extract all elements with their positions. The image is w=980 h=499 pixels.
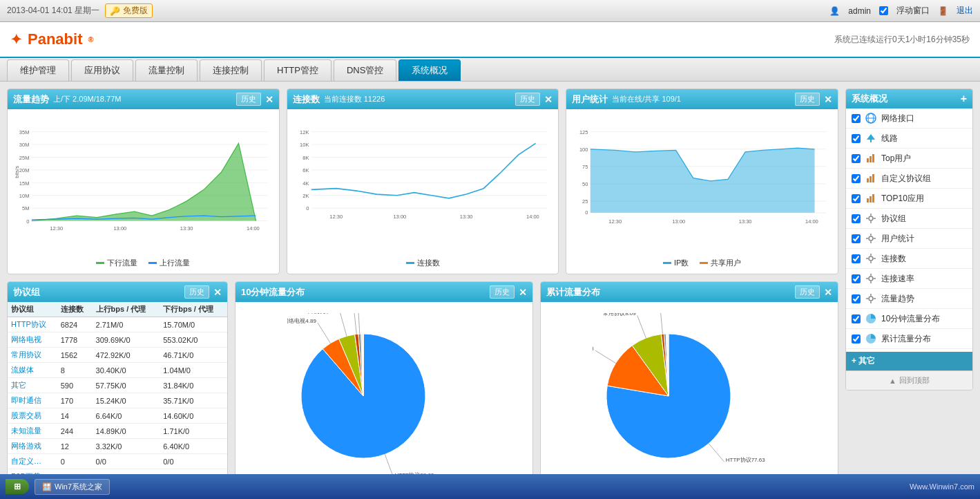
svg-marker-52 (590, 148, 815, 213)
protocol-name-cell[interactable]: 网络电视 (8, 332, 57, 348)
table-row[interactable]: 流媒体 8 30.40K/0 1.04M/0 (8, 363, 227, 378)
sidebar-item-custom-protocol[interactable]: 自定义协议组 (846, 169, 972, 189)
pie-total-close-icon[interactable]: ✕ (824, 287, 832, 298)
protocol-name-cell[interactable]: 即时通信 (8, 393, 57, 408)
sidebar-item-top-user[interactable]: Top用户 (846, 149, 972, 169)
sidebar-item-line[interactable]: 线路 (846, 129, 972, 149)
table-row[interactable]: HTTP协议 6824 2.71M/0 15.70M/0 (8, 317, 227, 332)
sidebar-item-user-stats[interactable]: 用户统计 (846, 229, 972, 249)
sidebar-item-total-dist[interactable]: 累计流量分布 (846, 329, 972, 349)
table-row[interactable]: 网络游戏 12 3.32K/0 6.40K/0 (8, 439, 227, 454)
sidebar-label-total-dist: 累计流量分布 (881, 333, 931, 345)
table-row[interactable]: 其它 590 57.75K/0 31.84K/0 (8, 378, 227, 393)
traffic-history-btn[interactable]: 历史 (236, 93, 261, 106)
svg-text:25: 25 (582, 198, 588, 205)
nav-tab-maintenance[interactable]: 维护管理 (7, 59, 69, 81)
sidebar-item-connection-count[interactable]: 连接数 (846, 249, 972, 269)
sidebar-checkbox-10min-dist[interactable] (852, 314, 861, 323)
sidebar-checkbox-user-stats[interactable] (852, 234, 861, 243)
sidebar-checkbox-network-interface[interactable] (852, 114, 861, 123)
connections-cell: 8 (57, 363, 93, 378)
connection-close-icon[interactable]: ✕ (544, 94, 553, 105)
logout-label[interactable]: 退出 (957, 5, 973, 17)
pie-total-chart: HTTP协议77.63网络电视12.43常用协议8.09流媒体0.7 (593, 313, 786, 493)
taskbar-win7[interactable]: 🪟 Win7系统之家 (35, 479, 110, 495)
table-row[interactable]: 自定义… 0 0/0 0/0 (8, 454, 227, 469)
connection-history-btn[interactable]: 历史 (515, 93, 540, 106)
svg-text:12:30: 12:30 (609, 218, 622, 225)
down-cell: 1.71K/0 (160, 424, 227, 439)
sidebar-item-connection-rate[interactable]: 连接速率 (846, 269, 972, 289)
sidebar-checkbox-traffic-trend[interactable] (852, 294, 861, 303)
nav-tab-connection-control[interactable]: 连接控制 (200, 59, 262, 81)
pie-total-title: 累计流量分布 (546, 286, 600, 299)
nav-tab-overview[interactable]: 系统概况 (398, 59, 461, 81)
user-history-btn[interactable]: 历史 (795, 93, 820, 106)
taskbar-start-button[interactable]: ⊞ (6, 479, 29, 494)
sidebar-checkbox-connection-rate[interactable] (852, 274, 861, 283)
svg-text:14:00: 14:00 (805, 218, 818, 225)
down-cell: 35.71K/0 (160, 393, 227, 408)
connection-legend-item: 连接数 (406, 258, 440, 268)
sidebar-checkbox-total-dist[interactable] (852, 335, 861, 343)
float-window-checkbox[interactable] (879, 6, 888, 15)
down-cell: 46.71K/0 (160, 348, 227, 363)
protocol-name-cell[interactable]: 网络游戏 (8, 439, 57, 454)
sidebar-checkbox-top10-app[interactable] (852, 194, 861, 203)
sidebar-checkbox-top-user[interactable] (852, 154, 861, 163)
sidebar-item-traffic-trend[interactable]: 流量趋势 (846, 289, 972, 309)
svg-text:30M: 30M (19, 142, 30, 148)
protocol-table-scroll[interactable]: 协议组 连接数 上行bps / 代理 下行bps / 代理 HTTP协议 682… (8, 302, 227, 482)
svg-rect-79 (870, 140, 872, 142)
table-row[interactable]: 未知流量 244 14.89K/0 1.71K/0 (8, 424, 227, 439)
pie10-history-btn[interactable]: 历史 (490, 285, 515, 299)
protocol-name-cell[interactable]: 流媒体 (8, 363, 57, 378)
nav-tab-http[interactable]: HTTP管控 (264, 59, 332, 81)
sidebar-item-protocol-group[interactable]: 协议组 (846, 209, 972, 229)
svg-text:0: 0 (26, 218, 29, 225)
tools-icon (865, 212, 877, 225)
sidebar-checkbox-connection-count[interactable] (852, 254, 861, 263)
traffic-legend-down-label: 下行流量 (107, 258, 137, 268)
protocol-name-cell[interactable]: HTTP协议 (8, 317, 57, 332)
uptime-label: 系统已连续运行0天1小时16分钟35秒 (834, 34, 970, 46)
table-row[interactable]: 即时通信 170 15.24K/0 35.71K/0 (8, 393, 227, 408)
sidebar-other-label: 其它 (858, 356, 875, 366)
sidebar-item-network-interface[interactable]: 网络接口 (846, 109, 972, 129)
svg-rect-81 (869, 156, 872, 162)
protocol-name-cell[interactable]: 未知流量 (8, 424, 57, 439)
protocol-name-cell[interactable]: 其它 (8, 378, 57, 393)
bar-chart-icon (865, 152, 877, 164)
protocol-close-icon[interactable]: ✕ (213, 287, 222, 298)
connection-count-widget: 连接数 当前连接数 11226 历史 ✕ 12K 10K 8K 6K 4K (287, 88, 559, 274)
traffic-close-icon[interactable]: ✕ (265, 94, 273, 105)
protocol-name-cell[interactable]: 常用协议 (8, 348, 57, 363)
sidebar-back-to-top[interactable]: ▲ 回到顶部 (846, 370, 972, 390)
nav-tab-dns[interactable]: DNS管控 (334, 59, 396, 81)
svg-point-99 (869, 256, 873, 261)
sidebar-item-10min-dist[interactable]: 10分钟流量分布 (846, 309, 972, 329)
svg-text:35M: 35M (19, 129, 30, 135)
pie10-close-icon[interactable]: ✕ (519, 287, 527, 298)
table-row[interactable]: 网络电视 1778 309.69K/0 553.02K/0 (8, 332, 227, 348)
logo-bar: ✦ Panabit ® 系统已连续运行0天1小时16分钟35秒 (0, 22, 980, 58)
sidebar-checkbox-protocol-group[interactable] (852, 214, 861, 223)
protocol-history-btn[interactable]: 历史 (184, 285, 209, 299)
protocol-name-cell[interactable]: 自定义… (8, 454, 57, 469)
protocol-name-cell[interactable]: 股票交易 (8, 408, 57, 424)
svg-text:15M: 15M (19, 180, 30, 187)
nav-tab-app-protocol[interactable]: 应用协议 (71, 59, 133, 81)
down-cell: 6.40K/0 (160, 439, 227, 454)
user-title: 用户统计 (572, 93, 608, 106)
nav-tab-traffic-control[interactable]: 流量控制 (135, 59, 198, 81)
sidebar-item-top10-app[interactable]: TOP10应用 (846, 189, 972, 209)
user-close-icon[interactable]: ✕ (824, 94, 832, 105)
pie-total-history-btn[interactable]: 历史 (795, 285, 820, 299)
sidebar-add-icon[interactable]: + (961, 93, 967, 105)
pie10-actions: 历史 ✕ (490, 285, 527, 299)
table-row[interactable]: 常用协议 1562 472.92K/0 46.71K/0 (8, 348, 227, 363)
sidebar-label-line: 线路 (881, 133, 898, 144)
sidebar-checkbox-line[interactable] (852, 134, 861, 143)
sidebar-checkbox-custom-protocol[interactable] (852, 174, 861, 183)
table-row[interactable]: 股票交易 14 6.64K/0 14.60K/0 (8, 408, 227, 424)
